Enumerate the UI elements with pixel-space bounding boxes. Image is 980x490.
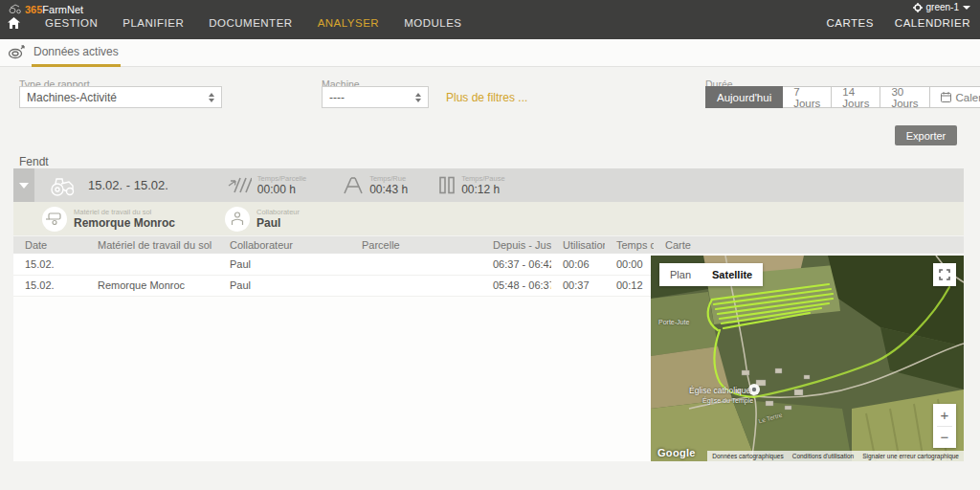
summary-date-range: 15.02. - 15.02.: [88, 178, 168, 192]
report-type-value: Machines-Activité: [27, 91, 117, 104]
road-time-icon: [343, 176, 364, 194]
metric-temps-parcelle: Temps/Parcelle00:00 h: [228, 174, 306, 196]
duration-today-button[interactable]: Aujourd'hui: [705, 86, 783, 108]
collaborator-summary: CollaborateurPaul: [225, 207, 300, 232]
collaborator-value: Paul: [256, 216, 300, 230]
col-temps-inactivite[interactable]: Temps d'in...: [605, 236, 654, 254]
cell-collaborateur: Paul: [218, 275, 350, 296]
map-poi-label: Église catholique: [689, 386, 750, 395]
cell-materiel: Remorque Monroc: [86, 275, 218, 296]
map-widget[interactable]: Porte-Jute Église catholique Église du T…: [651, 256, 964, 461]
cell-date: 15.02.: [13, 254, 86, 275]
satellite-imagery: [651, 256, 964, 461]
map-type-satellite[interactable]: Satellite: [702, 263, 763, 286]
tab-bar: Données actives: [0, 39, 980, 67]
nav-modules[interactable]: MODULES: [404, 17, 461, 29]
farmnet-logo-icon: [8, 3, 22, 14]
map-poi-label: Église du Temple: [702, 397, 753, 404]
metric-temps-rue: Temps/Rue00:43 h: [343, 174, 408, 196]
active-data-icon: [8, 45, 27, 60]
col-utilisation[interactable]: Utilisation: [551, 236, 605, 254]
nav-planifier[interactable]: PLANIFIER: [122, 17, 184, 29]
equipment-summary: Matériel de travail du solRemorque Monro…: [42, 207, 175, 232]
pause-time-icon: [438, 176, 456, 194]
collapse-toggle[interactable]: [13, 168, 34, 202]
trailer-icon: [42, 207, 67, 232]
equipment-value: Remorque Monroc: [74, 216, 175, 230]
duration-button-group: Aujourd'hui 7 Jours 14 Jours 30 Jours Ca…: [705, 86, 980, 108]
machine-select[interactable]: ----: [322, 86, 429, 108]
logo-365: 365: [25, 4, 42, 15]
cell-parcelle: [350, 275, 481, 296]
cell-date: 15.02.: [13, 275, 86, 296]
cell-utilisation: 00:06: [551, 254, 605, 275]
duration-calendar-button[interactable]: Calendrier: [930, 86, 980, 108]
summary-row[interactable]: 15.02. - 15.02. Temps/Parcelle00:00 h Te…: [13, 168, 964, 202]
cell-collaborateur: Paul: [218, 254, 350, 275]
metric-temps-pause: Temps/Pause00:12 h: [438, 174, 504, 196]
col-date[interactable]: Date: [13, 236, 86, 254]
col-parcelle[interactable]: Parcelle: [350, 236, 481, 254]
nav-gestion[interactable]: GESTION: [45, 17, 98, 29]
user-name: green-1: [926, 2, 959, 12]
main-nav: GESTION PLANIFIER DOCUMENTER ANALYSER MO…: [8, 17, 462, 29]
right-nav: CARTES CALENDRIER: [826, 17, 970, 29]
field-time-icon: [228, 176, 252, 194]
user-menu[interactable]: green-1: [913, 2, 970, 12]
cell-materiel: [86, 254, 218, 275]
map-zoom-control: + −: [933, 404, 956, 448]
machine-value: ----: [329, 91, 345, 104]
col-depuis-jusqua[interactable]: Depuis - Jusqu'à: [481, 236, 551, 254]
attribution-data-link[interactable]: Données cartographiques: [712, 453, 783, 459]
report-type-select[interactable]: Machines-Activité: [19, 86, 222, 108]
nav-documenter[interactable]: DOCUMENTER: [209, 17, 292, 29]
duration-14days-label: 14 Jours: [842, 86, 869, 109]
col-materiel[interactable]: Matériel de travail du sol: [86, 236, 218, 254]
zoom-out-button[interactable]: −: [933, 427, 956, 449]
duration-calendar-label: Calendrier: [956, 92, 980, 103]
nav-calendrier[interactable]: CALENDRIER: [895, 17, 970, 29]
duration-7days-button[interactable]: 7 Jours: [783, 86, 832, 108]
tab-label: Données actives: [33, 45, 119, 58]
zoom-in-button[interactable]: +: [933, 404, 956, 426]
cell-depuis-jusqua: 06:37 - 06:42: [481, 254, 551, 275]
attribution-report-link[interactable]: Signaler une erreur cartographique: [862, 453, 959, 459]
col-carte[interactable]: Carte: [654, 236, 964, 254]
attribution-terms-link[interactable]: Conditions d'utilisation: [792, 453, 854, 459]
calendar-icon: [941, 92, 951, 102]
export-button[interactable]: Exporter: [895, 125, 957, 145]
home-icon[interactable]: [8, 17, 20, 29]
cell-temps-inactivite: 00:00: [605, 254, 654, 275]
collaborator-label: Collaborateur: [256, 208, 300, 216]
top-bar: 365FarmNet green-1 GESTION PLANIFIER DOC…: [0, 0, 980, 39]
map-type-plan[interactable]: Plan: [659, 263, 702, 286]
chevron-down-icon: [19, 183, 29, 189]
metric-value: 00:12 h: [461, 183, 504, 196]
col-collaborateur[interactable]: Collaborateur: [218, 236, 350, 254]
duration-14days-button[interactable]: 14 Jours: [832, 86, 880, 108]
google-logo[interactable]: Google: [657, 447, 696, 458]
cell-utilisation: 00:37: [551, 275, 605, 296]
tractor-icon: [48, 174, 77, 197]
more-filters-link[interactable]: Plus de filtres ...: [446, 91, 527, 104]
duration-30days-button[interactable]: 30 Jours: [880, 86, 929, 108]
summary-detail-row: Matériel de travail du solRemorque Monro…: [13, 202, 964, 235]
tab-donnees-actives[interactable]: Données actives: [32, 39, 121, 67]
fullscreen-button[interactable]: [933, 263, 956, 286]
metric-value: 00:00 h: [257, 183, 306, 196]
nav-cartes[interactable]: CARTES: [826, 17, 873, 29]
map-type-control: Plan Satellite: [659, 263, 763, 286]
cell-depuis-jusqua: 05:48 - 06:37: [481, 275, 551, 296]
chevron-down-icon: [963, 6, 970, 10]
metric-label: Temps/Parcelle: [257, 174, 306, 183]
farmnet-logo[interactable]: 365FarmNet: [8, 2, 83, 15]
metric-label: Temps/Pause: [461, 174, 504, 183]
metric-label: Temps/Rue: [369, 174, 408, 183]
logo-farmnet: FarmNet: [42, 4, 83, 15]
metric-value: 00:43 h: [369, 183, 408, 196]
map-attribution: Données cartographiques Conditions d'uti…: [707, 451, 964, 461]
nav-analyser[interactable]: ANALYSER: [318, 17, 380, 29]
select-spinner-icon: [209, 93, 214, 102]
person-icon: [225, 207, 250, 232]
machine-group-title: Fendt: [19, 155, 49, 168]
